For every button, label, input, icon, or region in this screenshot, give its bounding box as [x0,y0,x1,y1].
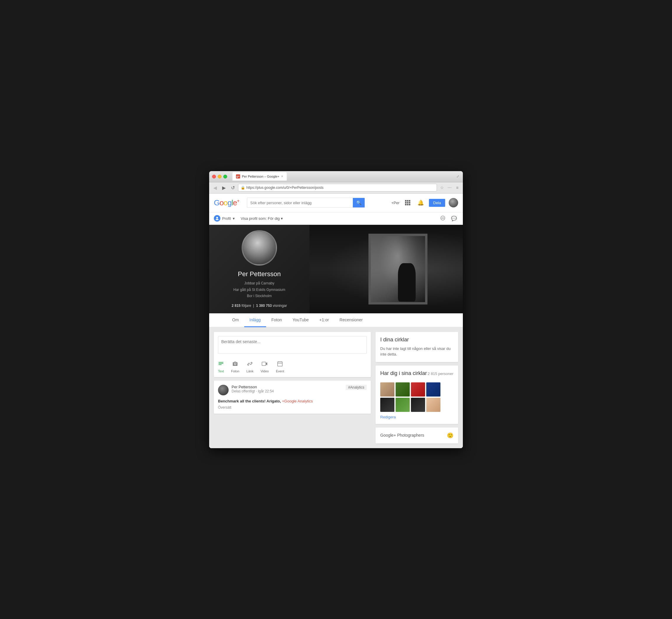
has-you-card: Har dig i sina cirklar 2 815 personer Re… [376,365,458,424]
user-avatar[interactable] [449,198,458,207]
active-tab[interactable]: g+ Per Pettersson – Google+ × [232,172,287,181]
compose-text-button[interactable]: Text [218,361,224,373]
compose-link-button[interactable]: Länk [246,361,253,373]
tab-title: Per Pettersson – Google+ [242,175,279,178]
svg-rect-4 [407,202,408,204]
svg-rect-16 [278,362,282,366]
composer-textarea[interactable] [218,336,367,354]
share-button[interactable]: Dela [429,199,445,207]
notifications-icon[interactable]: 🔔 [416,198,425,207]
svg-point-10 [216,219,219,220]
tab-recensioner[interactable]: Recensioner [334,313,368,327]
tab-foton[interactable]: Foton [266,313,287,327]
profile-label[interactable]: Profil ▾ [214,215,235,222]
reload-button[interactable]: ↺ [229,184,236,191]
svg-rect-7 [407,204,408,205]
back-button[interactable]: ◀ [212,184,219,191]
smiley-icon[interactable]: 🙂 [447,432,453,439]
has-you-title: Har dig i sina cirklar [380,370,427,376]
right-column: I dina cirklar Du har inte lagt till någ… [376,332,458,443]
views-count: 1 380 753 [256,303,272,308]
cover-stats: 2 815 följare | 1 380 753 visningar [232,303,287,308]
text-icon [218,361,224,368]
compose-photos-button[interactable]: Foton [231,361,239,373]
close-button[interactable] [212,175,216,179]
post-composer: Text Foton Länk [214,332,371,377]
cover-name: Per Pettersson [238,270,281,278]
photos-label: Foton [231,369,239,373]
compose-video-button[interactable]: Video [260,361,269,373]
search-button[interactable]: 🔍 [353,198,365,208]
edit-circles-link[interactable]: Redigera [380,415,453,419]
minimize-button[interactable] [218,175,222,179]
maximize-button[interactable] [223,175,227,179]
compose-event-button[interactable]: Event [276,361,284,373]
views-label: visningar [273,303,287,308]
circle-avatar-7[interactable] [411,398,425,412]
photographers-card: Google+ Photographers 🙂 [376,427,458,443]
circle-avatar-6[interactable] [395,398,410,412]
cover-photo [309,225,463,313]
in-your-circles-title: I dina cirklar [380,337,453,343]
circle-avatar-1[interactable] [380,383,394,397]
hangouts-icon[interactable] [439,214,447,222]
search-input[interactable] [247,201,353,205]
svg-rect-2 [409,200,410,202]
has-you-header: Har dig i sina cirklar 2 815 personer [380,370,453,380]
address-bar: ◀ ▶ ↺ 🔒 https://plus.google.com/u/0/+Per… [209,182,463,194]
has-you-count: 2 815 personer [428,371,453,376]
circle-avatar-5[interactable] [380,398,394,412]
cover-school: Har gått på St Eskils Gymnasium [233,287,285,293]
circle-avatar-4[interactable] [426,383,440,397]
post-mention[interactable]: +Google Analytics [282,399,313,403]
address-input[interactable]: 🔒 https://plus.google.com/u/0/+PerPetter… [238,184,437,192]
post-header: Per Pettersson Delas offentligt · Igår 2… [218,385,346,395]
text-label: Text [218,369,224,373]
post-visibility: Delas offentligt [232,389,255,393]
post-translate-link[interactable]: Översätt [218,405,367,410]
svg-rect-8 [409,204,410,205]
cover-info: Jobbar på Carnaby Har gått på St Eskils … [233,280,285,299]
svg-point-12 [442,218,443,219]
menu-icon[interactable]: ≡ [454,185,460,191]
post-text-prefix: Benchmark all the clients! Arigato, [218,399,282,403]
photographers-header: Google+ Photographers 🙂 [380,432,453,439]
view-as-selector[interactable]: Visa profil som: För dig ▾ [241,216,283,221]
svg-rect-3 [405,202,406,204]
circle-avatar-3[interactable] [411,383,425,397]
left-column: Text Foton Länk [214,332,371,443]
forward-button[interactable]: ▶ [220,184,227,191]
fullscreen-icon[interactable]: ⤢ [456,175,460,179]
plus-per-link[interactable]: +Per [391,201,399,205]
followers-count: 2 815 [232,303,240,308]
tab-inlagg[interactable]: Inlägg [244,313,266,327]
gplus-logo: Google+ [214,198,239,207]
in-your-circles-text: Du har inte lagt till någon eller så vis… [380,346,453,357]
post-author-name[interactable]: Per Pettersson [232,385,346,389]
tab-youtube[interactable]: YouTube [287,313,314,327]
bookmark-icon[interactable]: ☆ [439,185,445,191]
apps-icon[interactable] [403,198,413,207]
header-actions: +Per 🔔 Dela [391,198,458,207]
main-layout: Text Foton Länk [209,327,463,448]
in-your-circles-card: I dina cirklar Du har inte lagt till någ… [376,332,458,362]
cover-job: Jobbar på Carnaby [233,280,285,287]
camera-icon [232,361,238,368]
post-hashtag[interactable]: #Analytics [346,385,367,390]
event-label: Event [276,369,284,373]
chat-icon[interactable]: 💬 [450,214,458,222]
tab-close-button[interactable]: × [281,175,283,179]
circle-avatar-8[interactable] [426,398,440,412]
link-icon [247,361,253,368]
traffic-lights [212,175,227,179]
post-content: Benchmark all the clients! Arigato, +Goo… [218,398,367,405]
circle-avatar-2[interactable] [395,383,410,397]
window-controls: ⤢ [456,175,460,179]
tab-plus1or[interactable]: +1:or [314,313,334,327]
tab-om[interactable]: Om [227,313,244,327]
svg-point-9 [216,217,218,219]
url-text: https://plus.google.com/u/0/+PerPetterss… [246,186,323,190]
extensions-icon[interactable]: ⋯ [446,185,453,191]
cover-left: Per Pettersson Jobbar på Carnaby Har gåt… [209,225,309,313]
link-label: Länk [246,369,253,373]
